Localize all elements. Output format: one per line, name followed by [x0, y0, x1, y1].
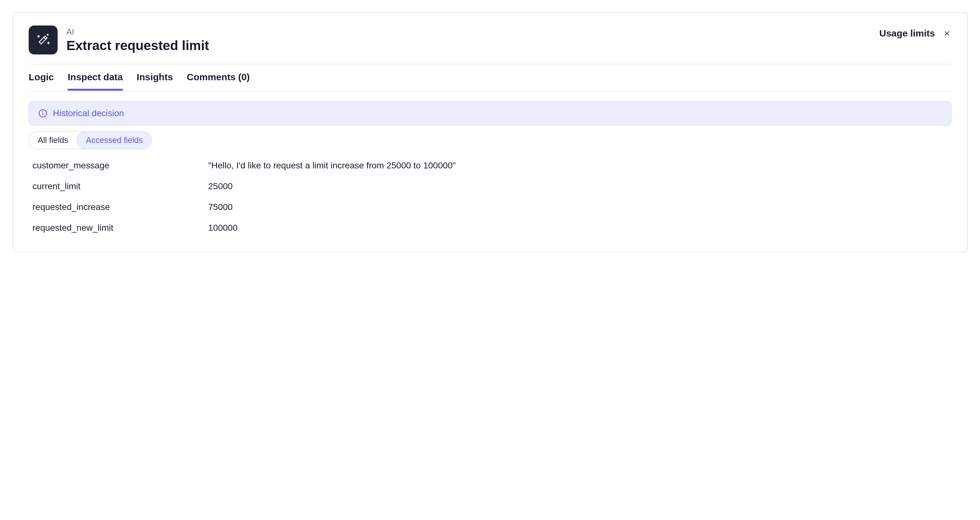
field-value: 25000: [208, 181, 233, 191]
field-value: "Hello, I'd like to request a limit incr…: [208, 161, 456, 170]
field-key: customer_message: [29, 161, 208, 170]
page-title: Extract requested limit: [67, 38, 209, 53]
fields-list: customer_message "Hello, I'd like to req…: [29, 161, 951, 233]
usage-limits-link[interactable]: Usage limits: [879, 28, 935, 39]
field-row: current_limit 25000: [29, 181, 951, 191]
field-row: requested_increase 75000: [29, 202, 951, 212]
field-key: requested_new_limit: [29, 223, 208, 233]
title-block: AI Extract requested limit: [67, 27, 209, 53]
detail-panel: AI Extract requested limit Usage limits …: [13, 13, 967, 252]
field-filter-toggle: All fields Accessed fields: [29, 131, 152, 149]
title-category: AI: [67, 27, 209, 37]
info-icon: [38, 109, 47, 118]
tab-insights[interactable]: Insights: [137, 64, 173, 91]
header-left: AI Extract requested limit: [29, 25, 209, 54]
close-button[interactable]: [942, 29, 951, 38]
svg-point-2: [43, 111, 43, 112]
tab-bar: Logic Inspect data Insights Comments (0): [29, 64, 951, 91]
banner-text: Historical decision: [53, 108, 124, 118]
tab-comments[interactable]: Comments (0): [187, 64, 250, 91]
field-value: 100000: [208, 223, 237, 233]
tab-inspect-data[interactable]: Inspect data: [68, 64, 123, 91]
field-row: requested_new_limit 100000: [29, 223, 951, 233]
filter-all-fields[interactable]: All fields: [29, 132, 77, 149]
header-right: Usage limits: [879, 25, 951, 39]
filter-accessed-fields[interactable]: Accessed fields: [77, 131, 152, 149]
field-key: current_limit: [29, 181, 208, 191]
field-value: 75000: [208, 202, 233, 212]
panel-header: AI Extract requested limit Usage limits: [29, 25, 951, 64]
field-row: customer_message "Hello, I'd like to req…: [29, 161, 951, 170]
tab-logic[interactable]: Logic: [29, 64, 54, 91]
historical-decision-banner: Historical decision: [29, 101, 951, 126]
field-key: requested_increase: [29, 202, 208, 212]
ai-magic-wand-icon: [29, 25, 57, 54]
